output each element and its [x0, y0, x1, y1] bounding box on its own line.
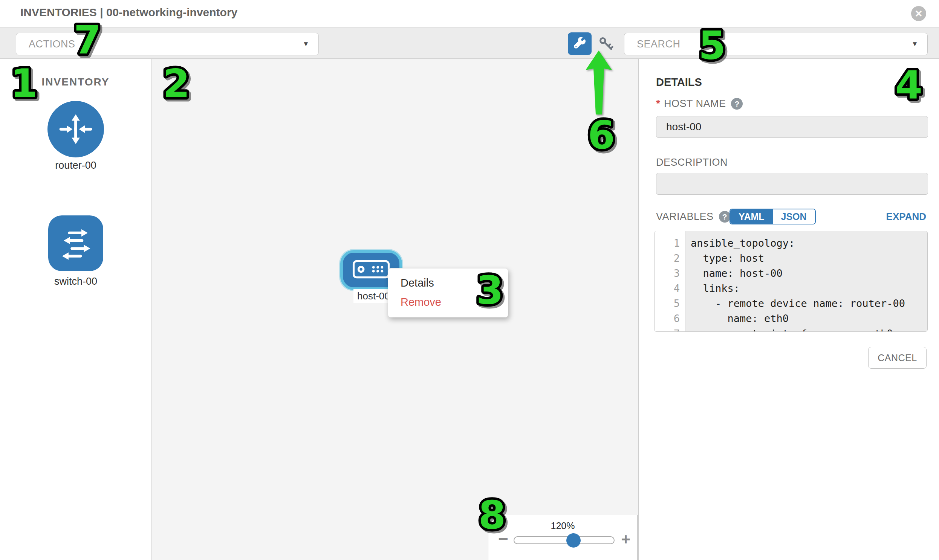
- wrench-icon: [573, 36, 587, 51]
- zoom-out-icon[interactable]: −: [498, 529, 508, 549]
- router-icon: [48, 101, 104, 157]
- line-number: 4: [655, 281, 685, 296]
- toggle-json[interactable]: JSON: [773, 209, 815, 224]
- code-line: links:: [691, 281, 927, 296]
- actions-dropdown[interactable]: ACTIONS ▾: [16, 33, 319, 55]
- zoom-level-value: 120%: [488, 520, 637, 531]
- variables-code-editor: 1 2 3 4 5 6 7 ansible_topology: type: ho…: [654, 231, 928, 332]
- sidebar-item-switch-00[interactable]: [48, 215, 103, 271]
- description-label-row: DESCRIPTION: [656, 157, 728, 168]
- variables-label-row: VARIABLES ?: [656, 211, 731, 223]
- host-name-label: HOST NAME: [664, 98, 726, 109]
- host-icon: [352, 258, 391, 282]
- context-menu-item-details[interactable]: Details: [388, 274, 508, 292]
- inventory-topology-app: INVENTORIES | 00-networking-inventory ✕ …: [0, 0, 939, 560]
- host-name-label-row: * HOST NAME ?: [656, 97, 743, 109]
- editor-code-area[interactable]: ansible_topology: type: host name: host-…: [685, 231, 927, 331]
- context-menu-item-remove[interactable]: Remove: [388, 292, 508, 312]
- line-number: 3: [655, 266, 685, 281]
- actions-placeholder: ACTIONS: [29, 38, 76, 50]
- line-number: 7: [655, 326, 685, 332]
- key-icon: [598, 35, 614, 54]
- sidebar-title: INVENTORY: [0, 76, 151, 88]
- required-asterisk: *: [656, 97, 660, 109]
- code-line: type: host: [691, 251, 927, 266]
- editor-line-numbers: 1 2 3 4 5 6 7: [655, 231, 685, 331]
- code-line: - remote_device_name: router-00: [691, 296, 927, 311]
- details-title: DETAILS: [656, 76, 702, 89]
- line-number: 2: [655, 251, 685, 266]
- expand-link[interactable]: EXPAND: [886, 211, 926, 223]
- toolbar: ACTIONS ▾ SEARCH ▾: [0, 27, 939, 59]
- search-placeholder: SEARCH: [637, 38, 680, 50]
- page-title: INVENTORIES | 00-networking-inventory: [20, 6, 237, 19]
- line-number: 5: [655, 296, 685, 311]
- zoom-in-icon[interactable]: +: [621, 530, 631, 548]
- code-line: ansible_topology:: [691, 236, 927, 251]
- sidebar-item-router-00[interactable]: [48, 101, 104, 157]
- code-line: remote_interface_name: eth0: [691, 326, 927, 332]
- description-input[interactable]: [656, 173, 928, 195]
- chevron-down-icon: ▾: [304, 39, 308, 48]
- zoom-control: 120% − +: [488, 515, 638, 560]
- chevron-down-icon: ▾: [913, 39, 917, 48]
- cancel-button[interactable]: CANCEL: [868, 347, 927, 369]
- variables-format-toggle: YAML JSON: [729, 209, 816, 225]
- node-context-menu: Details Remove: [388, 268, 508, 317]
- line-number: 1: [655, 236, 685, 251]
- sidebar-item-label: router-00: [0, 160, 151, 171]
- question-circle-icon[interactable]: ?: [731, 98, 743, 109]
- search-dropdown[interactable]: SEARCH ▾: [624, 33, 928, 55]
- tools-button[interactable]: [568, 32, 592, 55]
- host-name-input[interactable]: [656, 116, 928, 138]
- question-circle-icon[interactable]: ?: [719, 211, 731, 223]
- close-icon[interactable]: ✕: [911, 6, 926, 21]
- details-panel: DETAILS * HOST NAME ? DESCRIPTION VARIAB…: [638, 59, 939, 560]
- code-line: name: eth0: [691, 311, 927, 326]
- toggle-yaml[interactable]: YAML: [730, 209, 773, 224]
- code-line: name: host-00: [691, 266, 927, 281]
- credentials-key-button[interactable]: [597, 35, 615, 54]
- switch-icon: [48, 215, 103, 271]
- inventory-sidebar: INVENTORY router-00: [0, 59, 151, 560]
- zoom-slider[interactable]: [513, 536, 615, 544]
- topology-canvas[interactable]: host-00 Details Remove 120% − +: [151, 59, 638, 560]
- page-header: INVENTORIES | 00-networking-inventory ✕: [0, 0, 939, 27]
- sidebar-item-label: switch-00: [0, 276, 151, 287]
- variables-label: VARIABLES: [656, 211, 714, 223]
- line-number: 6: [655, 311, 685, 326]
- zoom-slider-thumb[interactable]: [566, 533, 581, 548]
- description-label: DESCRIPTION: [656, 157, 728, 168]
